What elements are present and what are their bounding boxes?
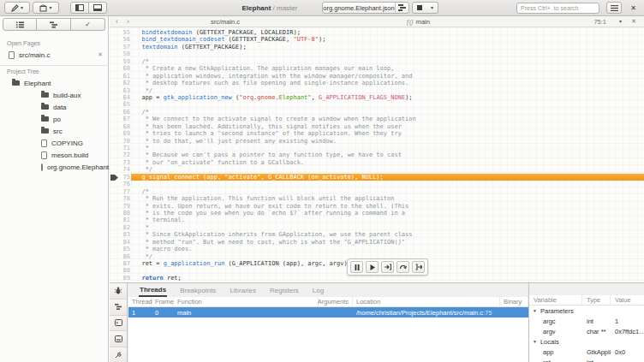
variable-row-argc[interactable]: argcint1	[529, 316, 644, 326]
tree-item-build-aux[interactable]: build-aux	[0, 89, 109, 101]
code-line-81[interactable]: 81 * terminal.	[110, 217, 644, 223]
variable-row-parameters[interactable]: ▼Parameters	[529, 306, 644, 316]
symbol-path-button[interactable]: ƒ()main	[384, 18, 452, 26]
open-page-item[interactable]: src/main.c✕	[0, 49, 109, 61]
code-editor[interactable]: 55 bindtextdomain (GETTEXT_PACKAGE, LOCA…	[110, 27, 644, 282]
variable-row-app[interactable]: appGtkAppli…0x0	[529, 347, 644, 357]
code-line-73[interactable]: 73 * our "on_activate" function to a GCa…	[110, 159, 644, 166]
code-line-68[interactable]: 68 * has been lauched. Additionally, thi…	[110, 123, 644, 130]
code-line-85[interactable]: 85 * macro does.	[110, 246, 644, 252]
variable-row-ret[interactable]: retint	[529, 357, 644, 362]
variable-value: 0x7ffdc1…	[611, 328, 644, 335]
runtime-terminal-panel-button[interactable]	[110, 331, 127, 347]
tree-item-elephant[interactable]: Elephant	[0, 77, 109, 89]
profiler-panel-button[interactable]	[110, 347, 127, 362]
tree-item-org-gnome-elephant-json[interactable]: org.gnome.Elephant.json	[0, 161, 109, 173]
tab-project-tree[interactable]	[37, 18, 71, 31]
code-line-55[interactable]: 55 bindtextdomain (GETTEXT_PACKAGE, LOCA…	[110, 29, 644, 36]
code-line-77[interactable]: 77 /*	[110, 188, 644, 195]
tree-item-meson-build[interactable]: meson.build	[0, 149, 109, 161]
variable-group[interactable]: ▼Parameters	[529, 307, 644, 315]
tab-breakpoints[interactable]: Breakpoints	[179, 285, 217, 296]
code-line-78[interactable]: 78 * Run the application. This function …	[110, 195, 644, 202]
step-out-button[interactable]	[412, 261, 425, 273]
step-in-button[interactable]	[381, 261, 394, 273]
code-line-59[interactable]: 59 /*	[110, 58, 644, 65]
code-line-64[interactable]: 64 app = gtk_application_new ("org.gnome…	[110, 94, 644, 101]
code-line-74[interactable]: 74 */	[110, 166, 644, 173]
code-line-69[interactable]: 69 * tries to launch a "second instance"…	[110, 130, 644, 137]
code-line-82[interactable]: 82 *	[110, 224, 644, 231]
continue-button[interactable]	[366, 261, 379, 273]
tab-build-checks[interactable]: ✓	[71, 18, 105, 31]
expander-down-icon[interactable]: ▼	[533, 339, 537, 344]
debugger-panel-button[interactable]	[110, 283, 127, 300]
code-line-79[interactable]: 79 * exits. Upon return, we have our exi…	[110, 203, 644, 210]
pause-icon	[355, 264, 360, 270]
build-configuration-button[interactable]: ▾	[33, 2, 59, 14]
expander-down-icon[interactable]: ▼	[533, 308, 537, 313]
variable-row-locals[interactable]: ▼Locals	[529, 336, 644, 347]
code-line-56[interactable]: 56 bind_textdomain_codeset (GETTEXT_PACK…	[110, 36, 644, 43]
build-button[interactable]	[395, 3, 408, 13]
line-number: 55	[110, 29, 130, 36]
code-line-89[interactable]: 89 return ret;	[110, 275, 644, 282]
code-line-66[interactable]: 66 /*	[110, 109, 644, 116]
document-title[interactable]: src/main.c	[157, 18, 294, 26]
global-search-input[interactable]	[516, 3, 599, 14]
line-number: 59	[110, 58, 130, 65]
code-line-70[interactable]: 70 * to do that, we'll just present any …	[110, 138, 644, 145]
omnibar[interactable]: org.gnome.Elephant.json	[322, 2, 409, 14]
code-line-72[interactable]: 72 * Because we can't pass a pointer to …	[110, 151, 644, 158]
code-line-71[interactable]: 71 *	[110, 145, 644, 151]
line-number: 57	[110, 44, 130, 50]
tab-log[interactable]: Log	[312, 285, 325, 296]
surface-select-button[interactable]: ▾	[4, 2, 30, 14]
line-number: 80	[110, 210, 130, 217]
step-over-button[interactable]	[397, 261, 409, 273]
build-output-panel-button[interactable]	[110, 300, 127, 316]
tree-item-copying[interactable]: COPYING	[0, 137, 109, 149]
code-line-65[interactable]: 65	[110, 101, 644, 108]
tree-item-po[interactable]: po	[0, 113, 109, 125]
code-line-83[interactable]: 83 * Since GtkApplication inherits from …	[110, 231, 644, 238]
code-line-84[interactable]: 84 * method "run". But we need to cast, …	[110, 239, 644, 246]
close-document-button[interactable]: ✕	[631, 18, 636, 25]
code-line-75[interactable]: 75 g_signal_connect (app, "activate", G_…	[110, 174, 644, 181]
tree-item-data[interactable]: data	[0, 101, 109, 113]
line-number: 63	[110, 87, 130, 94]
code-line-58[interactable]: 58	[110, 50, 644, 57]
tab-libraries[interactable]: Libraries	[229, 285, 257, 296]
window-close-button[interactable]: ✕	[627, 2, 640, 14]
thread-row[interactable]: 10main/home/christian/Projects/Elephant/…	[128, 307, 528, 317]
code-line-60[interactable]: 60 * Create a new GtkApplication. The ap…	[110, 65, 644, 72]
tab-open-pages[interactable]	[3, 18, 37, 31]
stop-button[interactable]	[412, 2, 427, 14]
code-line-76[interactable]: 76	[110, 181, 644, 187]
toggle-left-panel-button[interactable]	[70, 2, 89, 14]
pause-button[interactable]	[350, 261, 363, 273]
document-options-button[interactable]: ▾	[619, 19, 622, 24]
tree-item-src[interactable]: src	[0, 125, 109, 137]
code-line-67[interactable]: 67 * We connect to the activate signal t…	[110, 116, 644, 122]
tab-threads[interactable]: Threads	[139, 284, 167, 297]
code-line-63[interactable]: 63 */	[110, 87, 644, 94]
code-line-62[interactable]: 62 * desktop features such as file openi…	[110, 80, 644, 86]
nav-forward-button[interactable]: ›	[127, 16, 129, 27]
code-line-57[interactable]: 57 textdomain (GETTEXT_PACKAGE);	[110, 44, 644, 50]
close-page-button[interactable]: ✕	[98, 51, 103, 58]
nav-back-button[interactable]: ‹	[116, 16, 118, 27]
tab-registers[interactable]: Registers	[269, 285, 300, 296]
run-options-button[interactable]: ▾	[426, 2, 438, 14]
variable-group[interactable]: ▼Locals	[529, 338, 644, 346]
variable-name: app	[529, 348, 582, 356]
code-line-61[interactable]: 61 * application windows, integration wi…	[110, 73, 644, 80]
terminal-panel-button[interactable]	[110, 316, 127, 332]
variable-row-argv[interactable]: argvchar **0x7ffdc1…	[529, 326, 644, 336]
code-line-text: * our "on_activate" function to a GCallb…	[131, 159, 644, 166]
check-icon: ✓	[85, 21, 91, 28]
toggle-bottom-panel-button[interactable]	[88, 2, 107, 14]
code-line-text: g_signal_connect (app, "activate", G_CAL…	[131, 174, 644, 181]
menu-button[interactable]	[606, 2, 622, 14]
code-line-80[interactable]: 80 * is the code you see when you do `ec…	[110, 210, 644, 217]
